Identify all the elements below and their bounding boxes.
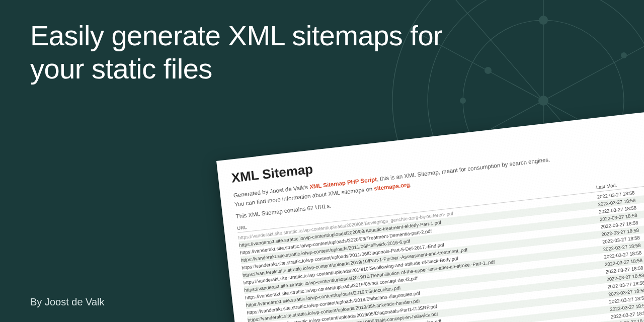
sitemaps-org-link[interactable]: sitemaps.org <box>374 182 410 192</box>
sitemap-card: XML Sitemap Generated by Joost de Valk's… <box>216 111 644 322</box>
svg-point-19 <box>460 98 466 104</box>
svg-point-11 <box>539 16 548 25</box>
svg-point-12 <box>485 67 492 74</box>
byline: By Joost de Valk <box>30 296 104 308</box>
svg-point-13 <box>538 96 548 106</box>
page-title: Easily generate XML sitemaps for your st… <box>30 19 483 86</box>
svg-point-20 <box>621 52 627 58</box>
desc-text: . <box>410 182 412 188</box>
